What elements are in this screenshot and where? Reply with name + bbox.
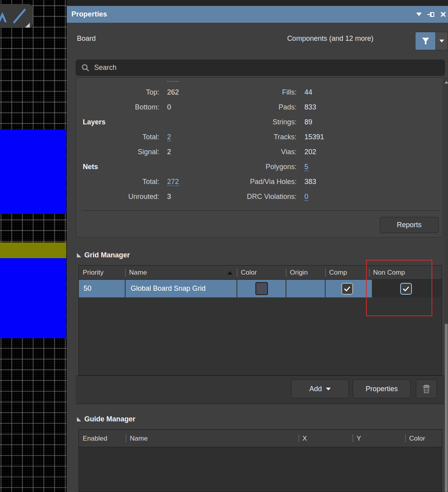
add-button[interactable]: Add (291, 379, 349, 398)
guide-manager-table: Enabled Name X Y Color (78, 429, 442, 492)
stat-row-8: Unrouted:3DRC Violations:0 (76, 189, 443, 204)
stat-value: 202 (297, 148, 443, 156)
grid-row-name[interactable]: Global Board Snap Grid (125, 280, 237, 297)
stat-label: Pads: (214, 103, 297, 111)
funnel-icon (421, 37, 430, 46)
delete-button[interactable] (416, 379, 437, 398)
column-header-x[interactable]: X (299, 430, 353, 447)
comp-checkbox[interactable] (341, 283, 353, 295)
stat-value-link[interactable]: 272 (167, 178, 179, 186)
search-icon (82, 64, 89, 72)
stat-row-1: Top:262Fills:44 (76, 85, 443, 100)
stat-label: Unrouted: (76, 193, 159, 201)
guide-manager-title: Guide Manager (84, 415, 135, 423)
section-expander-icon[interactable] (77, 417, 81, 421)
stat-label: Fills: (214, 88, 297, 97)
object-filter-button[interactable] (415, 32, 436, 50)
stat-value: 3 (159, 193, 214, 201)
stat-value-link[interactable]: 262 (167, 80, 179, 82)
stat-value: 2 (159, 148, 214, 156)
grid-row-origin-cell[interactable] (286, 280, 325, 297)
stat-value[interactable]: 5 (297, 163, 443, 171)
stat-value-link[interactable]: 0 (304, 193, 308, 201)
pcb-editor-canvas[interactable] (0, 0, 67, 492)
grid-row-color-cell[interactable] (237, 280, 286, 297)
document-type-label: Board (77, 35, 96, 43)
grid-properties-button[interactable]: Properties (353, 379, 411, 398)
guide-table-header: Enabled Name X Y Color (79, 430, 442, 447)
non-comp-checkbox[interactable] (400, 283, 412, 295)
pin-icon[interactable] (427, 11, 434, 18)
stat-value: 44 (297, 88, 443, 97)
statistics-rows: Total:262Arcs:2065Top:262Fills:44Bottom:… (76, 78, 443, 204)
pcb-blue-region-top (0, 129, 66, 214)
stat-label: Polygons: (214, 163, 297, 171)
stat-value: 2065 (297, 80, 320, 82)
guide-manager-section-header[interactable]: Guide Manager (77, 415, 135, 423)
stat-row-4: Total:2Tracks:15391 (76, 129, 443, 144)
stat-value-link[interactable]: 5 (304, 163, 308, 171)
stat-label: Pad/Via Holes: (214, 178, 297, 186)
stat-label: Arcs: (214, 80, 297, 82)
panel-menu-icon[interactable] (416, 13, 422, 16)
grid-manager-table: Priority Name Color Origin Comp Non Comp… (78, 265, 442, 375)
flyout-corner-triangle (25, 23, 30, 27)
stat-row-6: NetsPolygons:5 (76, 159, 443, 174)
column-header-enabled[interactable]: Enabled (79, 430, 126, 447)
column-header-comp[interactable]: Comp (325, 266, 369, 280)
stat-label: Bottom: (76, 103, 159, 111)
stat-value: 15391 (297, 133, 443, 141)
stat-section-layers: Layers (76, 118, 214, 126)
close-icon[interactable]: ✕ (440, 11, 446, 18)
stat-label: Total: (76, 80, 159, 82)
stat-label: Total: (76, 178, 159, 186)
panel-title: Properties (67, 10, 107, 18)
stat-label: Tracks: (214, 133, 297, 141)
color-swatch[interactable] (255, 282, 268, 295)
object-filter-dropdown[interactable] (436, 32, 448, 50)
scrollbar-thumb[interactable] (445, 324, 448, 492)
stat-value: 262 (159, 88, 214, 97)
stat-value[interactable]: 272 (159, 178, 214, 186)
reports-button[interactable]: Reports (380, 217, 439, 233)
stat-row-3: LayersStrings:89 (76, 115, 443, 129)
stat-row-5: Signal:2Vias:202 (76, 144, 443, 159)
stat-label: DRC Violations: (214, 193, 297, 201)
panel-titlebar: Properties ✕ (67, 6, 448, 23)
panel-top-strip (67, 0, 448, 6)
stat-value-link[interactable]: 2 (167, 133, 171, 141)
column-header-priority[interactable]: Priority (79, 266, 125, 280)
column-header-name[interactable]: Name (125, 266, 237, 280)
column-header-y[interactable]: Y (353, 430, 405, 447)
stat-label: Signal: (76, 148, 159, 156)
grid-manager-title: Grid Manager (84, 251, 130, 259)
column-header-color[interactable]: Color (405, 430, 443, 447)
filter-scope-label: Components (and 12 more) (287, 35, 373, 43)
panel-header-row: Board Components (and 12 more) (67, 23, 448, 50)
scroll-up-icon[interactable] (444, 81, 448, 84)
search-box[interactable] (76, 60, 445, 76)
column-header-name[interactable]: Name (126, 430, 299, 447)
search-input[interactable] (94, 64, 408, 72)
stat-value[interactable]: 262 (159, 80, 214, 82)
stat-value[interactable]: 2 (159, 133, 214, 141)
column-header-color[interactable]: Color (237, 266, 286, 280)
chevron-down-icon (326, 388, 331, 390)
grid-row-comp-cell[interactable] (325, 280, 369, 297)
line-tool-button[interactable] (0, 4, 33, 28)
stat-value: 0 (159, 103, 214, 111)
column-header-non-comp[interactable]: Non Comp (369, 266, 443, 280)
line-tool-icon (0, 4, 33, 28)
stat-value[interactable]: 0 (297, 193, 443, 201)
stat-value: 833 (297, 103, 443, 111)
section-expander-icon[interactable] (77, 253, 81, 257)
separator (82, 210, 439, 211)
stat-section-nets: Nets (76, 163, 214, 171)
grid-row-non-comp-cell[interactable] (369, 280, 443, 297)
column-header-origin[interactable]: Origin (286, 266, 325, 280)
stat-row-2: Bottom:0Pads:833 (76, 100, 443, 115)
chevron-down-icon (439, 40, 444, 42)
stat-label: Vias: (214, 148, 297, 156)
grid-manager-section-header[interactable]: Grid Manager (77, 251, 130, 259)
grid-row-priority[interactable]: 50 (79, 280, 125, 297)
